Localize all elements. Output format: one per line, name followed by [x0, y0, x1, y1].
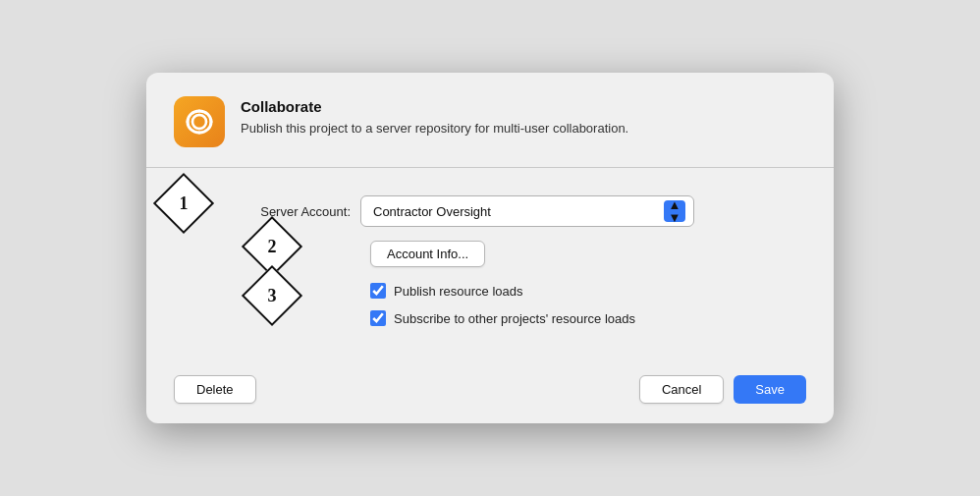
dialog-footer: Delete Cancel Save — [146, 361, 834, 423]
server-account-select[interactable]: Contractor Oversight ▲ ▼ — [360, 195, 694, 227]
publish-resource-row: Publish resource loads — [370, 283, 806, 299]
badge-2: 2 — [250, 225, 294, 268]
account-info-button[interactable]: Account Info... — [370, 241, 485, 267]
server-account-row: Server Account: Contractor Oversight ▲ ▼ — [233, 195, 806, 227]
account-info-row: Account Info... — [370, 241, 806, 267]
app-icon — [174, 96, 225, 147]
cancel-button[interactable]: Cancel — [639, 375, 724, 404]
subscribe-resource-row: Subscribe to other projects' resource lo… — [370, 310, 806, 326]
dialog-title: Collaborate — [241, 98, 628, 115]
badge-3: 3 — [250, 274, 294, 317]
subscribe-resource-label: Subscribe to other projects' resource lo… — [394, 311, 635, 326]
server-account-value: Contractor Oversight — [373, 204, 656, 219]
badge-1: 1 — [162, 182, 205, 225]
save-button[interactable]: Save — [734, 375, 806, 404]
publish-resource-label: Publish resource loads — [394, 284, 523, 299]
server-account-label: Server Account: — [233, 204, 351, 219]
header-text: Collaborate Publish this project to a se… — [241, 96, 628, 138]
publish-resource-checkbox[interactable] — [370, 283, 386, 299]
dialog-subtitle: Publish this project to a server reposit… — [241, 119, 628, 138]
select-arrows-icon: ▲ ▼ — [664, 200, 685, 222]
delete-button[interactable]: Delete — [174, 375, 256, 404]
dialog-header: Collaborate Publish this project to a se… — [146, 73, 834, 168]
dialog-body: 1 Server Account: Contractor Oversight ▲… — [146, 168, 834, 361]
footer-right-buttons: Cancel Save — [639, 375, 806, 404]
collaborate-dialog: Collaborate Publish this project to a se… — [146, 73, 834, 423]
subscribe-resource-checkbox[interactable] — [370, 310, 386, 326]
